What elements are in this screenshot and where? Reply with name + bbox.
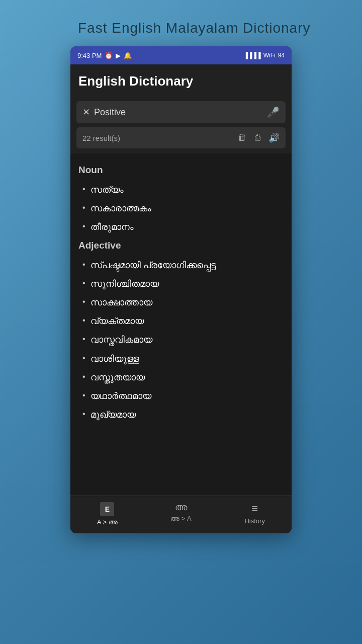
app-bar: English Dictionary: [70, 64, 292, 96]
word-text: സ്പഷ്ടമായി പ്രയോഗിക്കപ്പെട്ട: [90, 259, 216, 272]
bullet: •: [82, 279, 85, 288]
page-background-title: Fast English Malayalam Dictionary: [78, 20, 362, 36]
list-item: • സാക്ഷാത്തായ: [78, 293, 284, 312]
word-text: സത്യം: [90, 184, 124, 196]
category-adjective: Adjective: [78, 240, 284, 251]
phone-frame: 9:43 PM ⏰ ▶ 🔔 ▐▐▐▐ WiFi 94 English Dicti…: [70, 46, 292, 533]
en-to-ml-label: A > അ: [97, 518, 118, 526]
bullet: •: [82, 335, 85, 344]
share-icon[interactable]: ⎙: [255, 132, 260, 143]
alarm-icon: ⏰: [105, 52, 113, 59]
results-inner: 22 result(s) 🗑 ⎙ 🔊: [76, 127, 286, 148]
search-box[interactable]: ✕ Positive 🎤: [76, 101, 286, 123]
search-left: ✕ Positive: [82, 107, 126, 118]
status-left: 9:43 PM ⏰ ▶ 🔔: [77, 52, 132, 59]
word-text: തീരുമാനം: [90, 221, 134, 233]
clear-icon[interactable]: ✕: [82, 107, 90, 118]
word-text: സുനിശ്ചിതമായ: [90, 278, 159, 290]
list-item: • സ്പഷ്ടമായി പ്രയോഗിക്കപ്പെട്ട: [78, 256, 284, 275]
bullet: •: [82, 297, 85, 306]
battery-display: 94: [278, 52, 285, 59]
youtube-icon: ▶: [116, 52, 121, 59]
signal-icon: ▐▐▐▐: [244, 52, 261, 59]
list-item: • വാശിയുള്ള: [78, 350, 284, 368]
word-text: വാശിയുള്ള: [90, 353, 139, 365]
nav-item-history[interactable]: ≡ History: [218, 496, 292, 533]
volume-icon[interactable]: 🔊: [268, 132, 280, 143]
history-icon: ≡: [251, 502, 258, 515]
bullet: •: [82, 203, 85, 212]
bullet: •: [82, 354, 85, 363]
wifi-icon: WiFi: [263, 52, 276, 59]
app-title: English Dictionary: [78, 73, 284, 89]
word-text: സാക്ഷാത്തായ: [90, 296, 152, 309]
search-area: ✕ Positive 🎤: [70, 96, 292, 127]
word-text: വ്യക്തമായ: [90, 315, 144, 328]
list-item: • വ്യക്തമായ: [78, 312, 284, 331]
list-item: • വാസ്തവികമായ: [78, 331, 284, 349]
word-text: മുഖ്യമായ: [90, 409, 136, 421]
results-icons: 🗑 ⎙ 🔊: [238, 132, 280, 143]
bullet: •: [82, 391, 85, 400]
word-text: വാസ്തവികമായ: [90, 334, 152, 346]
bullet: •: [82, 260, 85, 269]
content-area: Noun • സത്യം • സകാരാത്മകം • തീരുമാനം Adj…: [70, 153, 292, 496]
bullet: •: [82, 316, 85, 325]
bullet: •: [82, 372, 85, 381]
status-bar: 9:43 PM ⏰ ▶ 🔔 ▐▐▐▐ WiFi 94: [70, 46, 292, 64]
delete-icon[interactable]: 🗑: [238, 132, 247, 143]
bottom-nav: E A > അ അ അ > A ≡ History: [70, 496, 292, 533]
bullet: •: [82, 222, 85, 231]
status-right: ▐▐▐▐ WiFi 94: [244, 52, 285, 59]
list-item: • സുനിശ്ചിതമായ: [78, 275, 284, 293]
list-item: • വസ്തുതയായ: [78, 368, 284, 387]
word-text: സകാരാത്മകം: [90, 202, 151, 215]
mic-icon[interactable]: 🎤: [267, 106, 280, 118]
search-input[interactable]: Positive: [94, 107, 126, 118]
notification-icon: 🔔: [124, 52, 132, 59]
ml-to-en-icon: അ: [175, 502, 187, 513]
time-display: 9:43 PM: [77, 52, 102, 59]
bullet: •: [82, 185, 85, 194]
category-noun: Noun: [78, 165, 284, 176]
word-text: യഥാർത്ഥമായ: [90, 390, 151, 403]
results-bar: 22 result(s) 🗑 ⎙ 🔊: [70, 127, 292, 153]
word-text: വസ്തുതയായ: [90, 371, 145, 384]
en-to-ml-icon: E: [100, 502, 114, 516]
list-item: • സകാരാത്മകം: [78, 199, 284, 218]
nav-item-ml-to-en[interactable]: അ അ > A: [144, 496, 218, 533]
list-item: • മുഖ്യമായ: [78, 406, 284, 424]
list-item: • യഥാർത്ഥമായ: [78, 387, 284, 406]
history-label: History: [244, 517, 264, 525]
bullet: •: [82, 410, 85, 419]
ml-to-en-label: അ > A: [170, 515, 192, 523]
nav-item-en-to-ml[interactable]: E A > അ: [70, 496, 144, 533]
list-item: • തീരുമാനം: [78, 218, 284, 236]
results-count: 22 result(s): [82, 134, 120, 142]
list-item: • സത്യം: [78, 181, 284, 199]
